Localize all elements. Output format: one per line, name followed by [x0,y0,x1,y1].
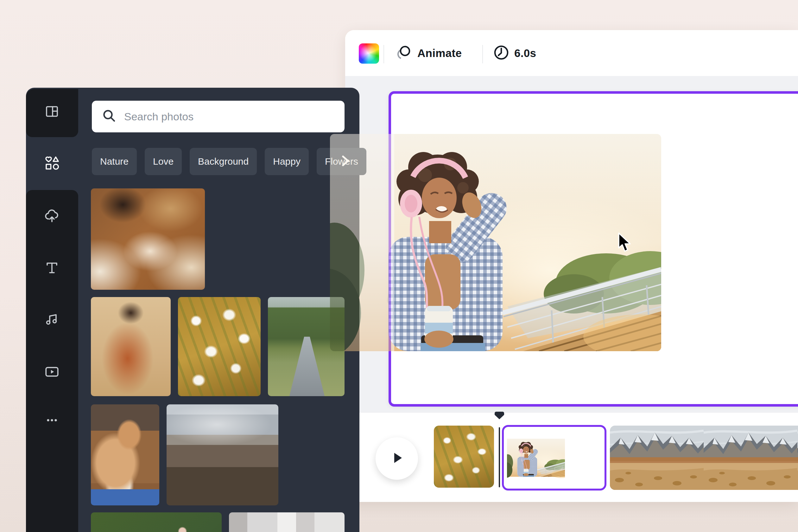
template-panels-icon [44,104,59,120]
search-input[interactable] [124,110,338,123]
timeline-playhead-marker[interactable] [495,412,504,419]
play-button[interactable] [376,437,418,480]
chip-nature[interactable]: Nature [92,148,137,175]
music-notes-icon [44,311,59,328]
photo-green-meadow[interactable] [91,512,222,532]
ellipsis-icon [44,413,59,429]
canvas-photo-woman-with-pink-headphones[interactable] [330,134,661,351]
timeline-clip-woman-selected[interactable] [502,425,606,491]
sidebar-item-text[interactable] [44,260,60,277]
timeline-clip-mountains[interactable] [610,425,798,490]
chip-background[interactable]: Background [190,148,257,175]
animate-icon [396,44,412,62]
color-swatch[interactable] [359,43,379,64]
sidebar-item-uploads[interactable] [44,208,60,225]
elements-shapes-icon [44,155,59,172]
sidebar-rail-bottom [26,190,78,532]
search-icon [92,109,116,125]
sidebar-item-templates[interactable] [44,104,60,120]
sidebar-item-more[interactable] [44,413,60,429]
animate-button[interactable]: Animate [396,30,462,76]
photo-corgi-dog[interactable] [91,404,159,506]
sidebar-item-elements[interactable] [44,155,60,172]
toolbar-divider [482,45,483,63]
cloud-upload-icon [44,208,60,225]
chip-happy[interactable]: Happy [265,148,309,175]
sidebar-item-audio[interactable] [44,311,60,328]
video-play-icon [44,363,60,381]
photo-two-women-window[interactable] [286,404,344,506]
play-icon [388,450,405,468]
photo-blurred-daisies[interactable] [178,297,261,396]
timeline-playhead-line[interactable] [499,427,500,487]
chip-love[interactable]: Love [145,148,182,175]
toolbar-divider [383,45,384,63]
photo-bright-interior[interactable] [229,512,344,532]
duration-label: 6.0s [514,47,536,59]
photo-couple-with-baby[interactable] [91,188,205,290]
clock-icon [493,45,509,62]
elements-panel: Nature Love Background Happy Flowers [26,88,359,532]
clip-thumbnail [507,435,565,481]
photo-misty-mountains[interactable] [167,404,278,506]
sidebar-item-videos[interactable] [44,364,60,380]
duration-button[interactable]: 6.0s [493,30,536,76]
toolbar: Animate 6.0s [345,30,798,76]
text-icon [44,260,59,277]
animate-label: Animate [417,47,462,59]
timeline-clip-daisies[interactable] [434,425,494,488]
road-shape [289,337,325,396]
search-box [92,101,344,132]
photo-woman-in-rust-outfit[interactable] [91,297,171,396]
search-chips: Nature Love Background Happy Flowers [92,148,366,175]
